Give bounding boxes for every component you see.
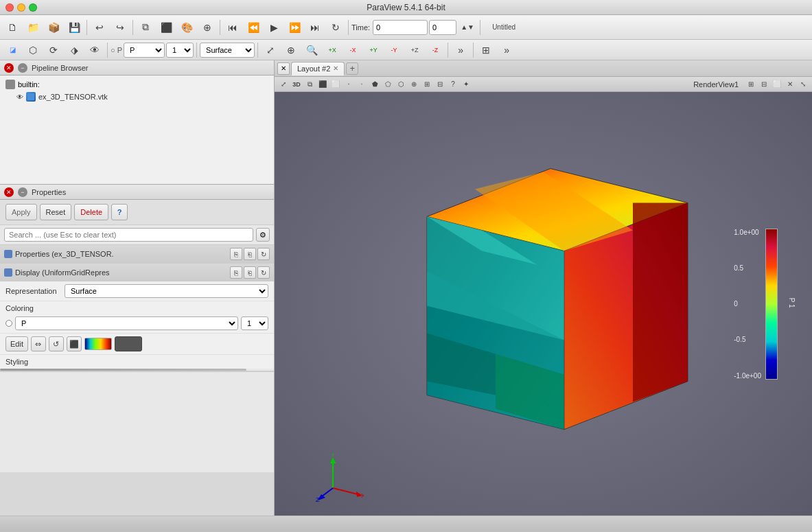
viewport[interactable]: Y X Z 1.0e+00 0.5 0 -0.5 xyxy=(275,92,812,516)
orient4-btn[interactable]: +X xyxy=(323,41,342,60)
filter1-btn[interactable]: ⧉ xyxy=(136,18,155,37)
layout-btn[interactable]: ⊞ xyxy=(476,41,496,60)
load-btn[interactable]: 📦 xyxy=(44,18,63,37)
play-end-btn[interactable]: ⏭ xyxy=(305,18,325,37)
view5-btn[interactable]: 👁 xyxy=(85,41,104,60)
orient1-btn[interactable]: ⤢ xyxy=(261,41,280,60)
render-btn-7[interactable]: ⬟ xyxy=(369,78,381,91)
delete-button[interactable]: Delete xyxy=(74,204,108,220)
view1-btn[interactable]: ◪ xyxy=(3,41,22,60)
render-view-btn3[interactable]: ⬜ xyxy=(771,78,783,91)
render-view-btn1[interactable]: ⊞ xyxy=(745,78,757,91)
time-step-input[interactable] xyxy=(429,20,456,35)
prop-section-2-header[interactable]: Display (UniformGridRepres ⎘ ⎗ ↻ xyxy=(0,264,274,281)
redo-btn[interactable]: ↪ xyxy=(111,18,130,37)
color-var-select[interactable]: P xyxy=(15,316,238,330)
view4-btn[interactable]: ⬗ xyxy=(65,41,84,60)
new-btn[interactable]: 🗋 xyxy=(3,18,22,37)
props-close-btn[interactable]: ✕ xyxy=(4,187,14,197)
filter3-btn[interactable]: 🎨 xyxy=(177,18,196,37)
array-select[interactable]: 1 xyxy=(166,43,194,58)
reset-button[interactable]: Reset xyxy=(40,204,72,220)
styling-slider[interactable] xyxy=(0,369,274,371)
pipeline-close-btn[interactable]: ✕ xyxy=(4,63,14,73)
render-btn-2[interactable]: ⧉ xyxy=(303,78,316,91)
search-settings-btn[interactable]: ⚙ xyxy=(256,228,270,242)
view3-btn[interactable]: ⟳ xyxy=(44,41,63,60)
untitled-btn[interactable]: Untitled xyxy=(483,18,524,37)
opacity-btn[interactable]: ⬛ xyxy=(67,336,82,351)
section1-paste-btn[interactable]: ⎗ xyxy=(244,248,256,260)
add-tab-btn[interactable]: + xyxy=(346,62,358,75)
render-btn-13[interactable]: ? xyxy=(447,78,459,91)
rescale-btn[interactable]: ⇔ xyxy=(31,336,46,351)
maximize-button[interactable] xyxy=(29,3,37,12)
search-bar: ⚙ xyxy=(0,225,274,245)
filter2-btn[interactable]: ⬛ xyxy=(156,18,176,37)
render-view-expand-btn[interactable]: ⤡ xyxy=(797,78,809,91)
render-view-close-btn[interactable]: ✕ xyxy=(784,78,796,91)
close-button[interactable] xyxy=(5,3,14,12)
render-btn-12[interactable]: ⊟ xyxy=(434,78,446,91)
tab-close-x-btn[interactable]: ✕ xyxy=(277,62,290,75)
search-input[interactable] xyxy=(4,228,253,242)
more-btn[interactable]: » xyxy=(451,41,470,60)
dark-bg-btn[interactable] xyxy=(115,336,142,351)
render-btn-9[interactable]: ⬡ xyxy=(395,78,407,91)
render-btn-8[interactable]: ⬠ xyxy=(382,78,394,91)
section2-copy-btn[interactable]: ⎘ xyxy=(230,266,242,279)
play-back-btn[interactable]: ⏪ xyxy=(244,18,263,37)
minimize-button[interactable] xyxy=(17,3,25,12)
orient8-btn[interactable]: +Z xyxy=(405,41,424,60)
filter4-btn[interactable]: ⊕ xyxy=(198,18,217,37)
play-start-btn[interactable]: ⏮ xyxy=(223,18,242,37)
undo-btn[interactable]: ↩ xyxy=(90,18,109,37)
render-btn-6[interactable]: ⬞ xyxy=(356,78,368,91)
color-num-select[interactable]: 1 xyxy=(241,316,268,330)
props-pin-btn[interactable]: − xyxy=(18,187,27,197)
section2-paste-btn[interactable]: ⎗ xyxy=(244,266,256,279)
pipeline-pin-btn[interactable]: − xyxy=(18,63,27,73)
play-btn[interactable]: ▶ xyxy=(264,18,283,37)
colorbar-preview[interactable] xyxy=(84,338,112,350)
help-button[interactable]: ? xyxy=(111,204,128,220)
render-view-btn2[interactable]: ⊟ xyxy=(758,78,770,91)
time-input[interactable] xyxy=(373,20,428,35)
render-btn-3[interactable]: ⬛ xyxy=(316,78,329,91)
render-btn-5[interactable]: ⬝ xyxy=(343,78,355,91)
render-btn-11[interactable]: ⊞ xyxy=(421,78,433,91)
tab-close-btn[interactable]: ✕ xyxy=(333,65,338,72)
section2-refresh-btn[interactable]: ↻ xyxy=(257,266,270,279)
save-btn[interactable]: 💾 xyxy=(65,18,84,37)
render-btn-4[interactable]: ⬜ xyxy=(329,78,342,91)
representation-select[interactable]: Surface Wireframe Points xyxy=(65,284,268,298)
apply-button[interactable]: Apply xyxy=(5,204,37,220)
layout2-btn[interactable]: » xyxy=(497,41,516,60)
open-btn[interactable]: 📁 xyxy=(23,18,43,37)
orient2-btn[interactable]: ⊕ xyxy=(281,41,301,60)
orient3-btn[interactable]: 🔍 xyxy=(302,41,321,60)
colormap-btn[interactable]: ↺ xyxy=(49,336,64,351)
section1-refresh-btn[interactable]: ↻ xyxy=(257,248,270,260)
pipeline-item[interactable]: 👁 ex_3D_TENSOR.vtk xyxy=(3,91,271,103)
play-fwd-btn[interactable]: ⏩ xyxy=(285,18,304,37)
render-btn-3d[interactable]: 3D xyxy=(290,78,303,91)
layout-tab[interactable]: Layout #2 ✕ xyxy=(291,62,345,76)
time-step-btn[interactable]: ▲▼ xyxy=(458,18,477,37)
eye-icon[interactable]: 👁 xyxy=(16,93,23,101)
orient5-btn[interactable]: -X xyxy=(343,41,362,60)
render-btn-10[interactable]: ⊕ xyxy=(408,78,420,91)
orient9-btn[interactable]: -Z xyxy=(426,41,445,60)
represent-select[interactable]: Surface Wireframe Points xyxy=(200,43,255,58)
render-btn-1[interactable]: ⤢ xyxy=(277,78,290,91)
var-select[interactable]: P xyxy=(124,43,165,58)
loop-btn[interactable]: ↻ xyxy=(326,18,345,37)
section1-copy-btn[interactable]: ⎘ xyxy=(230,248,242,260)
edit-coloring-btn[interactable]: Edit xyxy=(5,336,28,351)
view2-btn[interactable]: ⬡ xyxy=(23,41,43,60)
window-controls[interactable] xyxy=(5,3,37,12)
prop-section-1-header[interactable]: Properties (ex_3D_TENSOR. ⎘ ⎗ ↻ xyxy=(0,245,274,263)
orient7-btn[interactable]: -Y xyxy=(384,41,404,60)
render-btn-14[interactable]: ✦ xyxy=(460,78,472,91)
orient6-btn[interactable]: +Y xyxy=(364,41,383,60)
